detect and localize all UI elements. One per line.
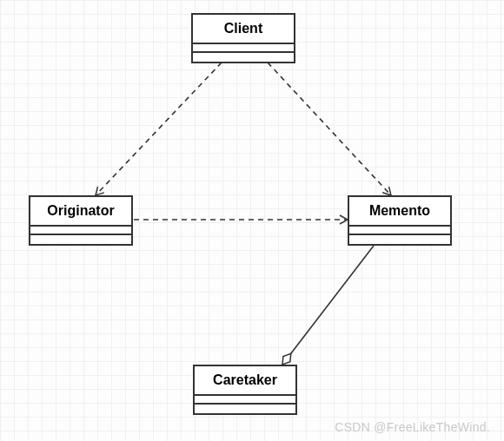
class-client-attrs — [193, 44, 294, 53]
class-memento-title: Memento — [349, 197, 450, 227]
class-originator-attrs — [30, 227, 131, 235]
class-client-title: Client — [193, 15, 294, 44]
class-client-ops — [193, 53, 294, 62]
class-caretaker-ops — [195, 405, 295, 413]
class-originator: Originator — [29, 195, 133, 246]
class-originator-title: Originator — [30, 197, 131, 227]
class-memento-ops — [349, 235, 450, 244]
class-caretaker: Caretaker — [193, 365, 297, 415]
class-memento: Memento — [348, 195, 452, 246]
class-originator-ops — [30, 235, 131, 244]
class-caretaker-title: Caretaker — [195, 366, 295, 396]
class-caretaker-attrs — [195, 396, 295, 405]
watermark-text: CSDN @FreeLikeTheWind. — [335, 420, 490, 434]
class-memento-attrs — [349, 227, 450, 235]
class-client: Client — [191, 13, 295, 63]
